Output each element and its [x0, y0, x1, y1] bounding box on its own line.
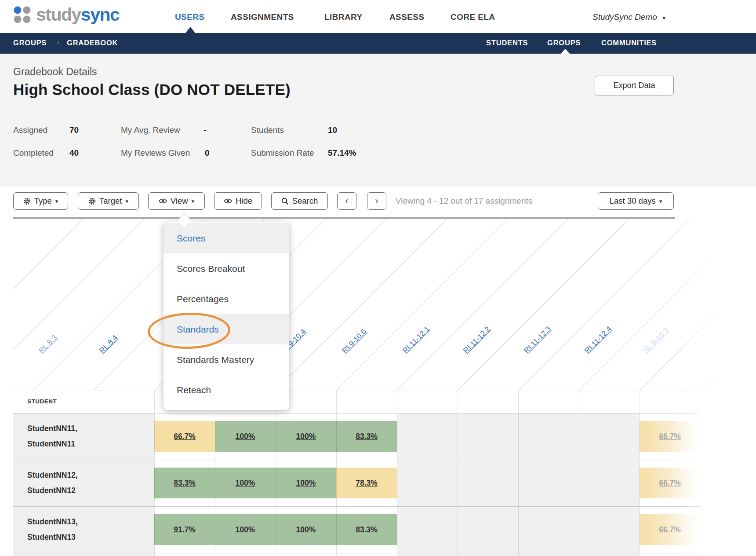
- top-header: studysync USERS ASSIGNMENTS LIBRARY ASSE…: [0, 0, 756, 33]
- student-name[interactable]: StudentNN11,: [27, 424, 77, 433]
- stat-completed: Completed40: [13, 148, 54, 158]
- standard-label-partial: 2: [13, 329, 14, 340]
- menu-item-standards-mastery[interactable]: Standards Mastery: [164, 344, 289, 375]
- column-diagonal: [13, 219, 86, 391]
- type-filter-button[interactable]: Type▾: [13, 192, 68, 210]
- column-border: [215, 391, 215, 556]
- studysync-dots-icon: [13, 4, 33, 25]
- nav-users[interactable]: USERS: [175, 12, 204, 22]
- stat-my-reviews-given: My Reviews Given0: [121, 148, 190, 158]
- score-cell[interactable]: 100%: [276, 514, 336, 545]
- standard-link-rl84[interactable]: RL.8.4: [97, 333, 120, 356]
- student-column-header: STUDENT: [27, 398, 57, 405]
- breadcrumb-gradebook[interactable]: GRADEBOOK: [67, 39, 118, 47]
- subnav-groups[interactable]: GROUPS: [547, 39, 581, 47]
- active-nav-caret: [185, 27, 195, 33]
- prev-page-button[interactable]: ‹: [337, 192, 356, 210]
- column-diagonal: [336, 219, 511, 391]
- menu-item-percentages[interactable]: Percentages: [164, 284, 289, 314]
- score-cell[interactable]: 66.7%: [154, 421, 215, 452]
- subnav-communities[interactable]: COMMUNITIES: [601, 39, 657, 47]
- search-button[interactable]: Search: [271, 192, 328, 210]
- column-diagonal: [458, 219, 632, 391]
- score-cell[interactable]: 100%: [215, 468, 276, 498]
- nav-assess[interactable]: ASSESS: [389, 12, 425, 22]
- student-name[interactable]: StudentNN12,: [27, 471, 78, 480]
- score-cell[interactable]: 100%: [215, 514, 276, 545]
- nav-core-ela[interactable]: CORE ELA: [451, 12, 495, 22]
- standard-link-rl83[interactable]: RL.8.3: [36, 333, 59, 356]
- export-data-button[interactable]: Export Data: [595, 76, 674, 95]
- student-name[interactable]: StudentNN11: [27, 439, 75, 449]
- column-diagonal: [276, 219, 450, 391]
- column-border: [518, 391, 519, 556]
- score-cell[interactable]: 100%: [276, 421, 336, 452]
- menu-item-scores[interactable]: Scores: [164, 223, 289, 253]
- date-range-button[interactable]: Last 30 days▾: [598, 192, 674, 210]
- row-border: [13, 553, 700, 553]
- stat-my-avg-review: My Avg. Review-: [121, 125, 180, 135]
- subnav-students[interactable]: STUDENTS: [486, 39, 528, 47]
- horizontal-scrollbar[interactable]: [13, 217, 675, 219]
- column-border: [640, 391, 640, 556]
- column-diagonal: [13, 219, 147, 391]
- gradebook-table: 66.7% 100% 100% 83.3% 66.7% 83.3% 100% 1…: [13, 391, 700, 556]
- standard-link-ri11124[interactable]: RI.11-12.4: [582, 324, 614, 356]
- standard-link-ri11123[interactable]: RI.11-12.3: [522, 324, 553, 356]
- chevron-down-icon: ▾: [659, 198, 662, 205]
- target-filter-button[interactable]: Target▾: [78, 192, 139, 210]
- score-cell[interactable]: 91.7%: [154, 514, 215, 545]
- score-cell[interactable]: 78.3%: [336, 468, 397, 498]
- next-page-button[interactable]: ›: [367, 192, 386, 210]
- chevron-down-icon: ▾: [192, 198, 195, 205]
- column-diagonal: [579, 219, 753, 391]
- section-eyebrow: Gradebook Details: [13, 66, 97, 78]
- score-cell-faded[interactable]: 66.7%: [640, 514, 700, 545]
- chevron-down-icon: ▾: [55, 198, 58, 205]
- row-border: [13, 460, 700, 460]
- column-border: [458, 391, 458, 556]
- chevron-down-icon: ▼: [662, 15, 667, 21]
- student-name[interactable]: StudentNN13: [27, 533, 76, 542]
- score-cell[interactable]: 83.3%: [336, 514, 397, 545]
- score-cell-faded[interactable]: 66.7%: [640, 421, 700, 452]
- eye-icon: [224, 198, 232, 204]
- account-menu[interactable]: StudySync Demo▼: [592, 12, 667, 22]
- nav-library[interactable]: LIBRARY: [324, 12, 363, 22]
- standard-link-ri11121[interactable]: RI.11-12.1: [400, 324, 432, 356]
- score-cell[interactable]: 83.3%: [336, 421, 397, 452]
- studysync-logo[interactable]: studysync: [13, 4, 119, 25]
- score-cell-faded[interactable]: 66.7%: [640, 468, 700, 498]
- student-name[interactable]: StudentNN13,: [27, 517, 78, 527]
- menu-item-standards[interactable]: Standards: [164, 314, 289, 344]
- stat-students: Students10: [251, 125, 284, 135]
- menu-item-reteach[interactable]: Reteach: [164, 375, 289, 405]
- gear-icon: [88, 198, 96, 205]
- menu-item-scores-breakout[interactable]: Scores Breakout: [164, 253, 289, 284]
- view-dropdown-button[interactable]: View▾: [148, 192, 205, 210]
- breadcrumb-groups[interactable]: GROUPS: [13, 39, 47, 47]
- column-diagonal: [518, 219, 693, 391]
- chevron-down-icon: ▾: [125, 198, 128, 205]
- score-cell[interactable]: 100%: [215, 421, 276, 452]
- nav-assignments[interactable]: ASSIGNMENTS: [231, 12, 294, 22]
- row-border: [13, 506, 700, 507]
- gradebook-page: studysync USERS ASSIGNMENTS LIBRARY ASSE…: [0, 0, 756, 556]
- divider: [13, 391, 700, 391]
- standard-link-ri11122[interactable]: RI.11-12.2: [461, 324, 493, 356]
- viewing-range-text: Viewing 4 - 12 out of 17 assignments: [396, 196, 532, 206]
- gradebook-details-section: Gradebook Details High School Class (DO …: [0, 54, 756, 187]
- hide-button[interactable]: Hide: [214, 192, 262, 210]
- standards-header-area: 2 RL.8.3 RL.8.4 RI.9-10.4 RI.9-10.6 RI.1…: [13, 219, 756, 391]
- standard-link-sl9103[interactable]: SL.9-10.3: [641, 326, 671, 356]
- view-dropdown-menu: Scores Scores Breakout Percentages Stand…: [164, 222, 289, 410]
- page-title: High School Class (DO NOT DELETE): [13, 81, 291, 99]
- active-subnav-caret: [561, 49, 570, 54]
- gear-icon: [23, 198, 31, 205]
- score-cell[interactable]: 83.3%: [154, 468, 215, 498]
- column-diagonal: [640, 219, 756, 391]
- subnav-bar: GROUPS › GRADEBOOK STUDENTS GROUPS COMMU…: [0, 33, 756, 54]
- student-name[interactable]: StudentNN12: [27, 486, 76, 495]
- score-cell[interactable]: 100%: [276, 468, 336, 498]
- standard-link-ri9106[interactable]: RI.9-10.6: [340, 327, 369, 356]
